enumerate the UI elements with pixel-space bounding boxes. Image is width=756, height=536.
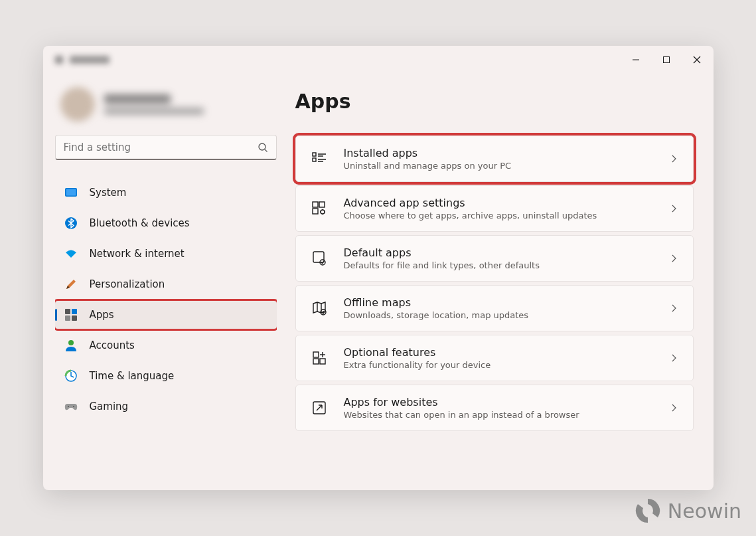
- sidebar-item-personalization[interactable]: Personalization: [55, 270, 277, 298]
- sidebar-item-apps[interactable]: Apps: [55, 301, 277, 329]
- svg-point-16: [73, 406, 74, 407]
- svg-rect-12: [72, 315, 77, 321]
- content: System Bluetooth & devices Network & int…: [43, 74, 714, 490]
- clock-globe-icon: [64, 369, 78, 383]
- maximize-button[interactable]: [651, 46, 682, 74]
- wifi-icon: [64, 247, 78, 260]
- optional-features-icon: [311, 349, 328, 367]
- sidebar-item-label: Personalization: [90, 278, 165, 290]
- main-panel: Apps Installed apps Uninstall and manage…: [289, 74, 714, 490]
- sidebar-item-label: Gaming: [90, 401, 129, 412]
- minimize-button[interactable]: [621, 46, 651, 74]
- window-controls: [621, 46, 712, 74]
- svg-rect-17: [313, 153, 316, 156]
- sidebar-item-bluetooth[interactable]: Bluetooth & devices: [55, 209, 277, 237]
- sidebar-item-label: Bluetooth & devices: [90, 217, 190, 229]
- card-desc: Downloads, storage location, map updates: [344, 310, 653, 320]
- offline-maps-icon: [311, 300, 328, 317]
- card-title: Installed apps: [344, 147, 653, 159]
- svg-rect-30: [313, 352, 319, 357]
- search-box[interactable]: [55, 135, 277, 160]
- search-icon: [258, 142, 268, 153]
- search-input[interactable]: [64, 141, 258, 153]
- sidebar-item-label: Accounts: [90, 339, 135, 351]
- svg-point-4: [259, 143, 265, 150]
- svg-rect-31: [313, 359, 319, 364]
- settings-window: System Bluetooth & devices Network & int…: [43, 46, 714, 490]
- sidebar-item-label: System: [90, 187, 127, 199]
- sidebar-item-gaming[interactable]: Gaming: [55, 393, 277, 420]
- sidebar-item-network[interactable]: Network & internet: [55, 240, 277, 268]
- card-default-apps[interactable]: Default apps Defaults for file and link …: [295, 235, 694, 282]
- chevron-right-icon: [669, 403, 678, 412]
- user-profile[interactable]: [55, 80, 277, 135]
- card-title: Apps for websites: [344, 396, 653, 408]
- chevron-right-icon: [669, 254, 678, 263]
- svg-point-13: [68, 340, 74, 345]
- close-icon: [693, 56, 701, 64]
- card-title: Default apps: [344, 246, 653, 259]
- svg-rect-9: [65, 309, 70, 314]
- paintbrush-icon: [64, 278, 78, 291]
- card-desc: Uninstall and manage apps on your PC: [344, 161, 653, 171]
- card-desc: Defaults for file and link types, other …: [344, 260, 653, 270]
- person-icon: [64, 339, 78, 352]
- titlebar-app-label: [55, 56, 110, 64]
- card-title: Offline maps: [344, 296, 653, 309]
- apps-icon: [64, 308, 78, 321]
- card-optional-features[interactable]: Optional features Extra functionality fo…: [295, 335, 694, 381]
- close-button[interactable]: [682, 46, 712, 74]
- svg-rect-18: [313, 158, 316, 161]
- watermark: Neowin: [635, 497, 741, 524]
- svg-rect-25: [313, 209, 318, 214]
- nav: System Bluetooth & devices Network & int…: [55, 179, 277, 420]
- titlebar: [43, 46, 714, 74]
- chevron-right-icon: [669, 204, 678, 213]
- card-desc: Choose where to get apps, archive apps, …: [344, 211, 653, 221]
- sidebar-item-time-language[interactable]: Time & language: [55, 362, 277, 390]
- svg-rect-24: [319, 202, 325, 207]
- installed-apps-icon: [311, 150, 328, 167]
- svg-rect-1: [663, 57, 669, 63]
- svg-rect-11: [65, 315, 70, 321]
- svg-rect-10: [72, 309, 77, 314]
- sidebar-item-label: Apps: [90, 309, 114, 321]
- bluetooth-icon: [64, 217, 78, 230]
- gamepad-icon: [64, 400, 78, 413]
- chevron-right-icon: [669, 353, 678, 363]
- page-title: Apps: [295, 90, 694, 113]
- minimize-icon: [632, 56, 640, 64]
- system-icon: [64, 186, 78, 199]
- sidebar-item-label: Network & internet: [90, 248, 185, 260]
- card-advanced-app-settings[interactable]: Advanced app settings Choose where to ge…: [295, 185, 694, 232]
- avatar: [60, 87, 95, 122]
- settings-card-list: Installed apps Uninstall and manage apps…: [295, 135, 694, 431]
- card-desc: Websites that can open in an app instead…: [344, 410, 653, 420]
- svg-rect-32: [320, 359, 325, 364]
- svg-rect-23: [313, 202, 318, 207]
- sidebar-item-label: Time & language: [90, 370, 175, 382]
- card-title: Advanced app settings: [344, 197, 653, 209]
- profile-info: [104, 94, 204, 115]
- neowin-logo-icon: [635, 497, 661, 524]
- default-apps-icon: [311, 250, 328, 267]
- card-title: Optional features: [344, 346, 653, 359]
- card-installed-apps[interactable]: Installed apps Uninstall and manage apps…: [295, 135, 694, 182]
- card-desc: Extra functionality for your device: [344, 360, 653, 370]
- card-apps-for-websites[interactable]: Apps for websites Websites that can open…: [295, 385, 694, 431]
- svg-rect-7: [66, 189, 76, 196]
- maximize-icon: [662, 56, 670, 64]
- advanced-settings-icon: [311, 200, 328, 217]
- svg-line-5: [265, 149, 267, 152]
- sidebar-item-system[interactable]: System: [55, 179, 277, 207]
- svg-point-15: [68, 406, 69, 407]
- svg-rect-27: [313, 252, 324, 262]
- sidebar: System Bluetooth & devices Network & int…: [43, 74, 289, 490]
- card-offline-maps[interactable]: Offline maps Downloads, storage location…: [295, 285, 694, 331]
- chevron-right-icon: [669, 304, 678, 313]
- apps-for-websites-icon: [311, 399, 328, 416]
- sidebar-item-accounts[interactable]: Accounts: [55, 331, 277, 359]
- chevron-right-icon: [669, 154, 678, 163]
- watermark-text: Neowin: [668, 499, 741, 523]
